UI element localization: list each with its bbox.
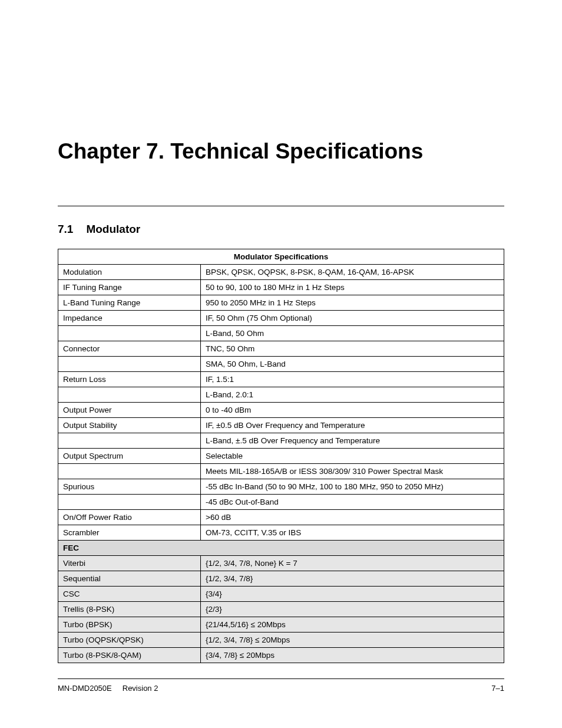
spec-value: {2/3} [201,602,504,617]
spec-label [58,433,201,449]
spec-value: {3/4, 7/8} ≤ 20Mbps [201,648,504,663]
spec-label: Viterbi [58,556,201,571]
section-number: 7.1 [58,223,73,236]
spec-label: Sequential [58,571,201,587]
spec-label: Turbo (OQPSK/QPSK) [58,633,201,648]
footer-page-number: 7–1 [491,684,504,693]
table-row: Meets MIL-188-165A/B or IESS 308/309/ 31… [58,464,504,479]
table-row: On/Off Power Ratio>60 dB [58,510,504,525]
spec-label [58,495,201,510]
spec-label: Scrambler [58,525,201,541]
section-heading: 7.1Modulator [58,223,504,236]
spec-value: IF, ±0.5 dB Over Frequency and Temperatu… [201,418,504,433]
table-row: ModulationBPSK, QPSK, OQPSK, 8-PSK, 8-QA… [58,265,504,280]
spec-label: CSC [58,587,201,602]
footer-text: MN-DMD2050ERevision 2 7–1 [58,684,504,693]
table-row: Turbo (OQPSK/QPSK){1/2, 3/4, 7/8} ≤ 20Mb… [58,633,504,648]
spec-value: Meets MIL-188-165A/B or IESS 308/309/ 31… [201,464,504,479]
spec-label: Trellis (8-PSK) [58,602,201,617]
spec-value: {1/2, 3/4, 7/8} [201,571,504,587]
table-row: L-Band, ±.5 dB Over Frequency and Temper… [58,433,504,449]
section-title: Modulator [86,223,140,235]
footer-left: MN-DMD2050ERevision 2 [58,684,158,693]
spec-value: {1/2, 3/4, 7/8, None} K = 7 [201,556,504,571]
table-row: Sequential{1/2, 3/4, 7/8} [58,571,504,587]
spec-label [58,326,201,341]
table-row: -45 dBc Out-of-Band [58,495,504,510]
section-divider [58,206,504,206]
footer-revision: Revision 2 [123,684,158,693]
spec-value: {1/2, 3/4, 7/8} ≤ 20Mbps [201,633,504,648]
spec-value: L-Band, ±.5 dB Over Frequency and Temper… [201,433,504,449]
chapter-title: Chapter 7. Technical Specifications [58,139,504,164]
table-row: Output SpectrumSelectable [58,449,504,464]
table-row: L-Band, 50 Ohm [58,326,504,341]
table-row: Trellis (8-PSK){2/3} [58,602,504,617]
spec-value: IF, 1.5:1 [201,372,504,387]
spec-label: Turbo (8-PSK/8-QAM) [58,648,201,663]
spec-value: OM-73, CCITT, V.35 or IBS [201,525,504,541]
spec-label: Output Power [58,403,201,418]
spec-value: L-Band, 50 Ohm [201,326,504,341]
table-row: ImpedanceIF, 50 Ohm (75 Ohm Optional) [58,311,504,326]
spec-value: >60 dB [201,510,504,525]
spec-label: Return Loss [58,372,201,387]
spec-value: Selectable [201,449,504,464]
spec-label: IF Tuning Range [58,280,201,295]
spec-label: Impedance [58,311,201,326]
spec-label [58,387,201,403]
spec-label: L-Band Tuning Range [58,295,201,311]
page-content: Chapter 7. Technical Specifications 7.1M… [58,35,504,699]
table-row: Spurious-55 dBc In-Band (50 to 90 MHz, 1… [58,479,504,495]
table-row: SMA, 50 Ohm, L-Band [58,357,504,372]
fec-header: FEC [58,541,504,556]
spec-label: Spurious [58,479,201,495]
spec-value: 0 to -40 dBm [201,403,504,418]
spec-value: -45 dBc Out-of-Band [201,495,504,510]
footer-divider [58,678,504,679]
table-row: Output Power0 to -40 dBm [58,403,504,418]
table-row: Viterbi{1/2, 3/4, 7/8, None} K = 7 [58,556,504,571]
table-row: Turbo (BPSK){21/44,5/16} ≤ 20Mbps [58,617,504,633]
spec-value: 950 to 2050 MHz in 1 Hz Steps [201,295,504,311]
spec-label: Output Stability [58,418,201,433]
spec-label: On/Off Power Ratio [58,510,201,525]
spec-value: L-Band, 2.0:1 [201,387,504,403]
spec-value: -55 dBc In-Band (50 to 90 MHz, 100 to 18… [201,479,504,495]
table-row: ScramblerOM-73, CCITT, V.35 or IBS [58,525,504,541]
table-header-row: Modulator Specifications [58,249,504,265]
table-row: Turbo (8-PSK/8-QAM){3/4, 7/8} ≤ 20Mbps [58,648,504,663]
spec-value: BPSK, QPSK, OQPSK, 8-PSK, 8-QAM, 16-QAM,… [201,265,504,280]
table-row: ConnectorTNC, 50 Ohm [58,341,504,357]
spec-value: {21/44,5/16} ≤ 20Mbps [201,617,504,633]
table-row: L-Band, 2.0:1 [58,387,504,403]
table-row: Output StabilityIF, ±0.5 dB Over Frequen… [58,418,504,433]
footer-doc-id: MN-DMD2050E [58,684,112,693]
spec-label: Turbo (BPSK) [58,617,201,633]
spec-label: Output Spectrum [58,449,201,464]
spec-label: Modulation [58,265,201,280]
spec-value: 50 to 90, 100 to 180 MHz in 1 Hz Steps [201,280,504,295]
spec-value: TNC, 50 Ohm [201,341,504,357]
table-row: IF Tuning Range50 to 90, 100 to 180 MHz … [58,280,504,295]
table-row: Return LossIF, 1.5:1 [58,372,504,387]
spec-value: {3/4} [201,587,504,602]
spec-label: Connector [58,341,201,357]
spec-label [58,464,201,479]
spec-value: IF, 50 Ohm (75 Ohm Optional) [201,311,504,326]
table-row: L-Band Tuning Range950 to 2050 MHz in 1 … [58,295,504,311]
spec-value: SMA, 50 Ohm, L-Band [201,357,504,372]
fec-section-header-row: FEC [58,541,504,556]
page-footer: MN-DMD2050ERevision 2 7–1 [58,678,504,693]
table-row: CSC{3/4} [58,587,504,602]
modulator-specs-table: Modulator Specifications ModulationBPSK,… [58,249,504,663]
spec-label [58,357,201,372]
table-title: Modulator Specifications [58,249,504,265]
